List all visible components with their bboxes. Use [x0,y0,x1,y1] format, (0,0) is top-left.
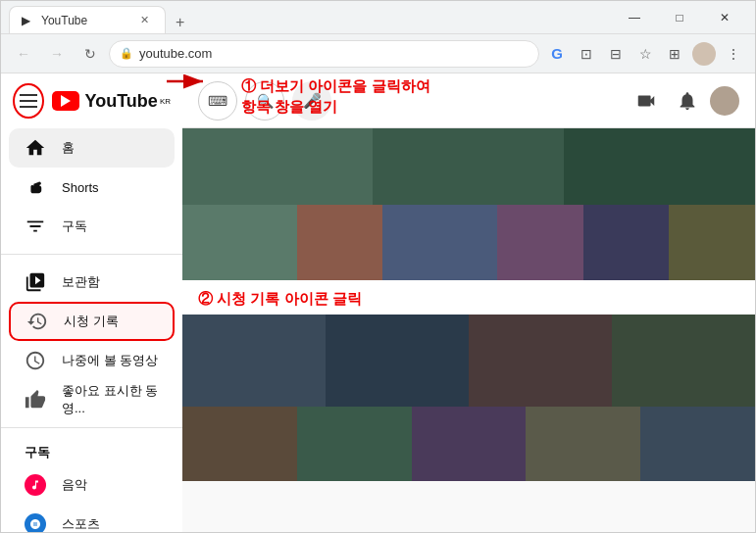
cast-icon[interactable]: ⊟ [602,40,630,68]
sidebar-item-history[interactable]: 시청 기록 [9,302,175,341]
user-avatar[interactable] [710,86,739,116]
annotation-2-row: ② 시청 기록 아이콘 글릭 [182,280,755,315]
content-right: ① 더보기 아이콘을 글릭하여 항목 창을 열기 ⌨ 🔍 🎤 [182,73,755,532]
youtube-logo-icon [52,91,79,111]
youtube-topbar: ① 더보기 아이콘을 글릭하여 항목 창을 열기 ⌨ 🔍 🎤 [182,73,755,128]
maximize-button[interactable] [657,1,702,34]
keyboard-button[interactable]: ⌨ [198,81,237,121]
forward-button[interactable]: → [42,39,72,69]
sidebar-label-music: 음악 [62,476,87,494]
video-thumb[interactable] [612,315,755,407]
video-thumb[interactable] [326,315,469,407]
youtube-logo-text: YouTube [85,91,158,112]
title-bar: ▶ YouTube ✕ + [1,1,755,34]
sidebar-header: YouTubeKR [1,73,182,128]
annotation-text-line1: ① 더보기 아이콘을 글릭하여 [241,75,677,96]
video-thumb[interactable] [469,315,612,407]
video-thumb[interactable] [373,128,563,205]
sidebar: YouTubeKR 홈 Shorts [1,73,182,532]
hamburger-line-1 [20,94,37,96]
sidebar-item-shorts[interactable]: Shorts [9,168,175,207]
sidebar-label-history: 시청 기록 [64,313,119,330]
video-thumb[interactable] [412,407,527,482]
video-thumb[interactable] [640,407,755,482]
close-icon [720,11,730,24]
liked-icon [25,389,46,411]
video-content-area: ② 시청 기록 아이콘 글릭 [182,128,755,532]
sidebar-label-liked: 좋아요 표시한 동영... [62,382,159,417]
bookmark-icon[interactable]: ☆ [631,40,659,68]
video-thumb[interactable] [497,205,583,281]
sports-channel-icon [25,513,46,532]
video-thumb[interactable] [526,407,640,482]
menu-icon[interactable]: ⋮ [720,40,747,68]
sidebar-section-title-subscriptions: 구독 [1,436,182,465]
history-icon [26,311,48,332]
video-grid-top [182,128,755,280]
sidebar-item-watch-later[interactable]: 나중에 볼 동영상 [9,341,175,380]
tab-favicon: ▶ [22,14,35,27]
music-channel-icon [25,474,46,496]
sidebar-label-home: 홈 [62,139,75,157]
browser-toolbar: ← → ↻ 🔒 youtube.com G ⊡ ⊟ ☆ ⊞ ⋮ [1,34,755,73]
tab-title: YouTube [41,14,130,27]
window-controls [612,1,747,34]
tab-area: ▶ YouTube ✕ + [9,1,612,33]
home-icon [25,137,46,159]
library-icon [25,271,46,293]
hamburger-button[interactable] [13,83,44,119]
video-grid-bottom [182,315,755,481]
annotation-2-text: ② 시청 기록 아이콘 글릭 [198,290,362,309]
profile-avatar [692,42,716,66]
extensions-icon[interactable]: ⊡ [573,40,600,68]
sidebar-item-sports[interactable]: 스포츠 [9,505,175,532]
back-button[interactable]: ← [9,39,38,69]
minimize-icon [629,11,640,24]
browser-frame: ▶ YouTube ✕ + ← → ↻ 🔒 youtube.com G ⊡ ⊟ … [0,0,756,533]
close-button[interactable] [702,1,747,34]
video-thumb[interactable] [182,315,326,407]
shorts-icon [25,176,46,198]
toolbar-right: G ⊡ ⊟ ☆ ⊞ ⋮ [543,40,747,68]
sidebar-item-liked[interactable]: 좋아요 표시한 동영... [9,380,175,419]
sidebar-divider-2 [1,427,182,428]
youtube-logo-kr: KR [160,97,171,106]
sidebar-divider-1 [1,254,182,255]
sidebar-item-library[interactable]: 보관함 [9,263,175,302]
video-thumb[interactable] [297,205,383,281]
video-thumb[interactable] [382,205,497,281]
split-view-icon[interactable]: ⊞ [661,40,688,68]
video-thumb[interactable] [182,205,297,281]
google-icon[interactable]: G [543,40,571,68]
address-bar[interactable]: 🔒 youtube.com [109,40,539,68]
watch-later-icon [25,350,46,371]
lock-icon: 🔒 [120,47,133,60]
video-thumb[interactable] [182,407,297,482]
sidebar-label-watch-later: 나중에 볼 동영상 [62,352,158,369]
subscriptions-icon [25,216,46,237]
address-text: youtube.com [139,46,529,61]
active-tab[interactable]: ▶ YouTube ✕ [9,6,166,33]
video-thumb[interactable] [669,205,755,281]
sidebar-item-home[interactable]: 홈 [9,128,175,168]
sidebar-item-music[interactable]: 음악 [9,465,175,505]
video-thumb[interactable] [182,128,373,205]
youtube-logo[interactable]: YouTubeKR [52,91,171,112]
refresh-button[interactable]: ↻ [76,39,105,69]
video-thumb[interactable] [583,205,670,281]
hamburger-line-2 [20,100,37,102]
sidebar-item-subscriptions[interactable]: 구독 [9,207,175,246]
annotation-text-line2: 항목 창을 열기 [241,96,677,117]
account-icon[interactable] [690,40,718,68]
video-thumb[interactable] [297,407,412,482]
minimize-button[interactable] [612,1,657,34]
sidebar-label-library: 보관함 [62,273,100,291]
hamburger-line-3 [20,106,37,108]
new-tab-button[interactable]: + [170,12,190,33]
sidebar-label-sports: 스포츠 [62,515,100,532]
tab-close-button[interactable]: ✕ [136,12,153,28]
annotation-topbar: ① 더보기 아이콘을 글릭하여 항목 창을 열기 [241,75,677,117]
main-area: YouTubeKR 홈 Shorts [1,73,755,532]
video-thumb[interactable] [564,128,755,205]
sidebar-label-subscriptions: 구독 [62,218,87,235]
